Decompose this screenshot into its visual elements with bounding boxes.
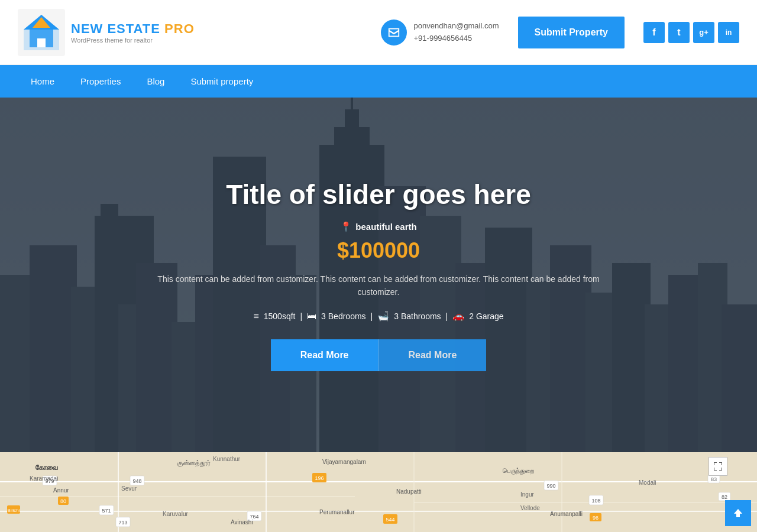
svg-text:Sevur: Sevur	[121, 485, 137, 492]
svg-text:Annur: Annur	[53, 487, 69, 494]
hero-buttons: Read More Read More	[148, 339, 609, 371]
logo-title-2: PRO	[164, 21, 195, 36]
submit-property-button[interactable]: Submit Property	[518, 17, 625, 48]
map-section: 979 571 948 80 196 544 990 83 82 713 764…	[0, 452, 757, 532]
svg-text:571: 571	[102, 508, 111, 514]
svg-text:Avinashi: Avinashi	[231, 519, 253, 525]
svg-text:குன்னத்தூர்: குன்னத்தூர்	[177, 459, 211, 467]
bathroom-icon: 🛁	[377, 310, 389, 322]
hero-bathrooms: 3 Bathrooms	[394, 312, 441, 321]
bedroom-icon: 🛏	[307, 311, 316, 322]
nav-item-submit-property[interactable]: Submit property	[177, 65, 266, 98]
map-expand-button[interactable]	[709, 457, 727, 476]
svg-text:96: 96	[593, 515, 599, 521]
svg-text:196: 196	[315, 475, 323, 481]
twitter-icon[interactable]: t	[668, 22, 690, 43]
hero-area: 1500sqft	[264, 312, 296, 321]
mail-icon	[381, 20, 407, 46]
hero-title: Title of slider goes here	[148, 179, 609, 210]
svg-rect-36	[0, 452, 757, 532]
svg-text:990: 990	[546, 483, 555, 489]
hero-location: 📍 beautiful earth	[148, 221, 609, 232]
svg-text:Vijayamangalam: Vijayamangalam	[322, 459, 366, 465]
google-plus-icon[interactable]: g+	[693, 22, 714, 43]
site-header: NEW ESTATE PRO WordPress theme for realt…	[0, 0, 757, 65]
logo-text: NEW ESTATE PRO WordPress theme for realt…	[71, 21, 195, 44]
svg-text:Perumanallur: Perumanallur	[319, 509, 355, 515]
contact-info: ponvendhan@gmail.com +91-9994656445	[414, 20, 499, 45]
header-contact: ponvendhan@gmail.com +91-9994656445 Subm…	[381, 17, 739, 48]
contact-email: ponvendhan@gmail.com	[414, 20, 499, 33]
map-background: 979 571 948 80 196 544 990 83 82 713 764…	[0, 452, 757, 532]
hero-location-text: beautiful earth	[355, 222, 416, 232]
svg-text:713: 713	[118, 520, 127, 525]
svg-text:Ingur: Ingur	[520, 491, 534, 498]
logo-title-1: NEW ESTATE	[71, 21, 160, 36]
svg-text:544: 544	[386, 517, 394, 523]
logo-title: NEW ESTATE PRO	[71, 21, 195, 37]
svg-text:Karamadai: Karamadai	[30, 475, 58, 482]
nav-item-properties[interactable]: Properties	[67, 65, 134, 98]
hero-description: This content can be added from customize…	[148, 273, 609, 299]
nav-item-home[interactable]: Home	[18, 65, 67, 98]
svg-text:Bilichi: Bilichi	[8, 508, 20, 513]
svg-text:82: 82	[722, 494, 727, 500]
svg-text:கோவை: கோவை	[35, 463, 58, 472]
hero-bedrooms: 3 Bedrooms	[321, 312, 365, 321]
nav-item-blog[interactable]: Blog	[134, 65, 177, 98]
hero-slider: Title of slider goes here 📍 beautiful ea…	[0, 98, 757, 452]
svg-text:108: 108	[591, 498, 600, 504]
svg-rect-5	[37, 38, 46, 47]
garage-icon: 🚗	[452, 310, 464, 322]
svg-text:Nadupatti: Nadupatti	[396, 488, 422, 495]
hero-garage: 2 Garage	[469, 312, 503, 321]
location-pin-icon: 📍	[340, 221, 352, 232]
logo-icon	[18, 9, 65, 56]
main-nav: Home Properties Blog Submit property	[0, 65, 757, 98]
svg-text:பெருந்துறை: பெருந்துறை	[503, 467, 534, 475]
svg-text:Kunnathur: Kunnathur	[213, 456, 241, 462]
svg-text:83: 83	[711, 476, 717, 482]
svg-text:Anumanpalli: Anumanpalli	[550, 511, 583, 517]
hero-specs: ≡ 1500sqft | 🛏 3 Bedrooms | 🛁 3 Bathroom…	[148, 310, 609, 322]
hero-price: $100000	[148, 238, 609, 263]
read-more-button-1[interactable]: Read More	[271, 339, 378, 371]
svg-text:948: 948	[132, 478, 141, 484]
hero-content: Title of slider goes here 📍 beautiful ea…	[148, 179, 609, 372]
logo-subtitle: WordPress theme for realtor	[71, 37, 195, 44]
linkedin-icon[interactable]: in	[718, 22, 739, 43]
area-icon: ≡	[253, 311, 258, 322]
svg-text:80: 80	[60, 498, 66, 504]
svg-text:Modali: Modali	[639, 479, 656, 486]
svg-text:Karuvalur: Karuvalur	[163, 511, 188, 517]
contact-phone: +91-9994656445	[414, 33, 499, 45]
logo-area: NEW ESTATE PRO WordPress theme for realt…	[18, 9, 195, 56]
svg-text:Vellode: Vellode	[520, 505, 540, 511]
facebook-icon[interactable]: f	[643, 22, 665, 43]
scroll-to-top-button[interactable]	[725, 500, 751, 526]
social-icons: f t g+ in	[643, 22, 739, 43]
read-more-button-2[interactable]: Read More	[378, 339, 487, 371]
